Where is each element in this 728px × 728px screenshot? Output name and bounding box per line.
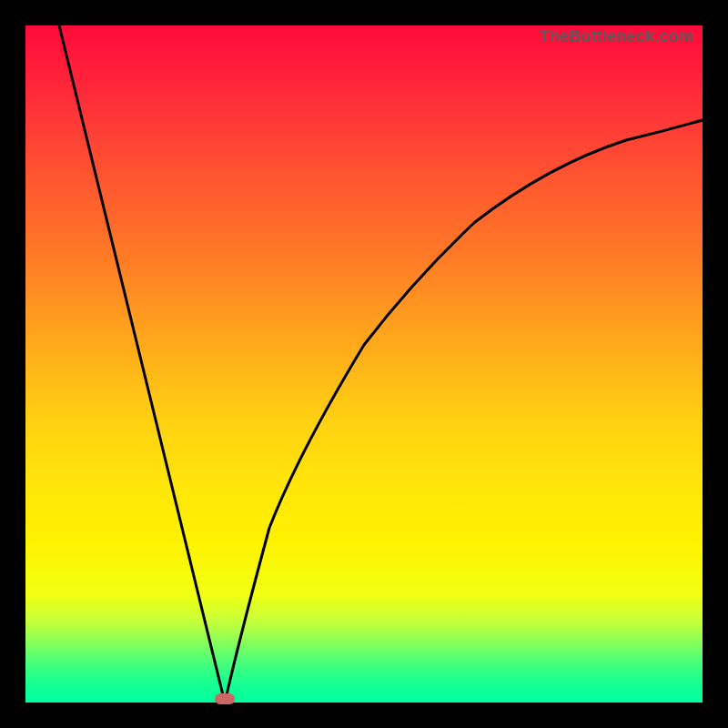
optimal-marker [215,693,235,704]
curve-left-branch [59,25,225,703]
chart-frame: TheBottleneck.com [0,0,728,728]
curve-right-branch [225,120,703,703]
plot-area: TheBottleneck.com [25,25,703,703]
bottleneck-curve [25,25,703,703]
